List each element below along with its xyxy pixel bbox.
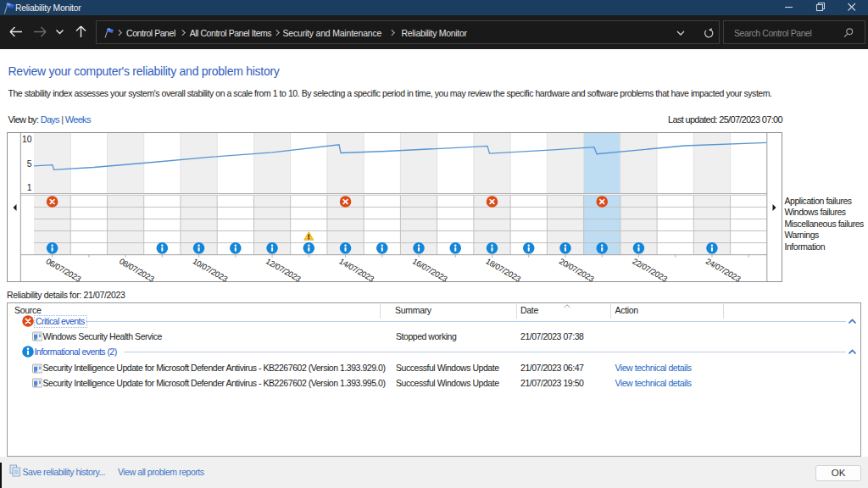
svg-text:12/07/2023: 12/07/2023 — [264, 256, 302, 283]
svg-text:22/07/2023: 22/07/2023 — [631, 256, 669, 283]
svg-text:16/07/2023: 16/07/2023 — [410, 256, 448, 283]
svg-text:1: 1 — [26, 182, 31, 191]
svg-text:18/07/2023: 18/07/2023 — [484, 256, 522, 283]
svg-text:24/07/2023: 24/07/2023 — [704, 256, 742, 283]
svg-text:10/07/2023: 10/07/2023 — [191, 256, 229, 283]
svg-text:08/07/2023: 08/07/2023 — [117, 256, 155, 283]
svg-text:06/07/2023: 06/07/2023 — [44, 256, 82, 283]
svg-text:14/07/2023: 14/07/2023 — [337, 256, 376, 283]
svg-text:20/07/2023: 20/07/2023 — [557, 256, 595, 283]
svg-text:10: 10 — [22, 135, 32, 144]
svg-text:5: 5 — [26, 158, 31, 168]
